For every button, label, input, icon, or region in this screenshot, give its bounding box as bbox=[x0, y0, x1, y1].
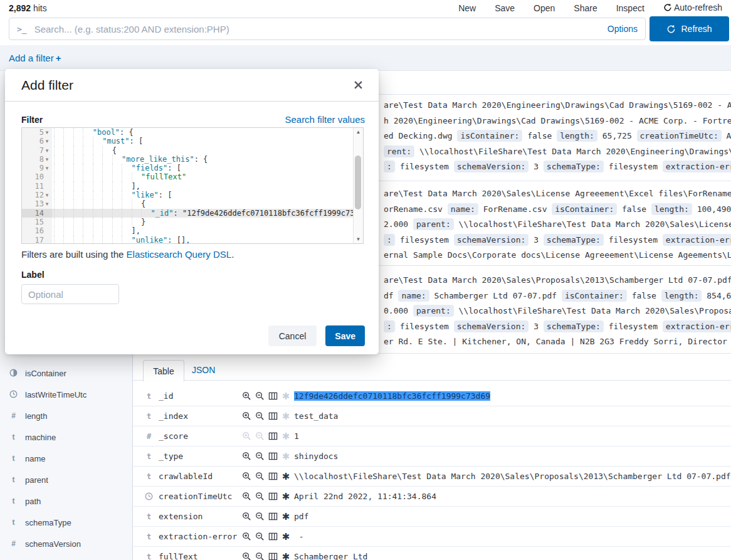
text-type-icon: t bbox=[9, 475, 18, 484]
fold-arrow-icon[interactable]: ▾ bbox=[44, 155, 50, 164]
filter-for-value-icon[interactable] bbox=[241, 411, 251, 421]
fold-arrow-icon[interactable]: ▾ bbox=[44, 199, 50, 208]
filter-for-value-icon[interactable] bbox=[241, 472, 251, 482]
doc-source-line: 2.000 parent: \\localhost\FileShare\Test… bbox=[384, 218, 731, 231]
filter-out-value-icon[interactable] bbox=[255, 472, 265, 482]
filter-out-value-icon[interactable] bbox=[255, 512, 265, 522]
editor-line: 16], bbox=[22, 226, 363, 235]
filter-out-value-icon[interactable] bbox=[255, 431, 265, 441]
indent-guide bbox=[54, 226, 63, 235]
auto-refresh-button[interactable]: Auto-refresh bbox=[663, 3, 722, 14]
toggle-column-icon[interactable] bbox=[268, 552, 278, 560]
menu-open[interactable]: Open bbox=[534, 3, 555, 13]
filter-out-value-icon[interactable] bbox=[255, 492, 265, 502]
selected-text: 12f9de426ddefc0710118bfc36fcff1999c73d69 bbox=[294, 391, 490, 401]
indent-guide bbox=[83, 226, 92, 235]
filter-bar: Add a filter+ bbox=[0, 45, 731, 71]
filter-for-value-icon[interactable] bbox=[241, 552, 251, 560]
filter-for-field-present-icon[interactable]: ✱ bbox=[281, 492, 291, 502]
editor-code: "_id": "12f9de426ddefc0710118bfc36fcff19… bbox=[52, 209, 364, 218]
filter-for-value-icon[interactable] bbox=[241, 431, 251, 441]
scroll-down-icon[interactable]: ▼ bbox=[354, 236, 363, 242]
add-filter-link[interactable]: Add a filter+ bbox=[9, 53, 61, 63]
filter-for-value-icon[interactable] bbox=[241, 512, 251, 522]
tab-table[interactable]: Table bbox=[143, 360, 184, 381]
indent-guide bbox=[63, 236, 73, 244]
sidebar-field-schemaVersion[interactable]: #schemaVersion bbox=[0, 533, 132, 554]
save-button[interactable]: Save bbox=[325, 325, 365, 346]
editor-line: 17"unlike": [], bbox=[22, 236, 363, 244]
filter-out-value-icon[interactable] bbox=[255, 552, 265, 560]
search-filter-values-link[interactable]: Search filter values bbox=[285, 114, 365, 125]
search-input[interactable] bbox=[33, 23, 600, 35]
refresh-button[interactable]: Refresh bbox=[649, 16, 729, 41]
fold-arrow-icon[interactable]: ▾ bbox=[44, 164, 50, 172]
fold-arrow-icon[interactable]: ▾ bbox=[44, 128, 50, 137]
filter-for-field-present-icon[interactable]: ✱ bbox=[281, 452, 291, 462]
filter-for-field-present-icon[interactable]: ✱ bbox=[281, 472, 291, 482]
sidebar-field-name[interactable]: tname bbox=[0, 448, 132, 469]
toggle-column-icon[interactable] bbox=[268, 492, 278, 502]
line-number: 15 bbox=[22, 218, 52, 226]
toggle-column-icon[interactable] bbox=[268, 532, 278, 542]
editor-code: { bbox=[52, 146, 363, 155]
toggle-column-icon[interactable] bbox=[268, 431, 278, 441]
menu-save[interactable]: Save bbox=[495, 3, 515, 13]
indent-guide bbox=[93, 226, 102, 235]
filter-for-field-present-icon[interactable]: ✱ bbox=[281, 391, 291, 401]
toggle-column-icon[interactable] bbox=[268, 512, 278, 522]
scrollbar-thumb[interactable] bbox=[355, 156, 361, 209]
filter-out-value-icon[interactable] bbox=[255, 532, 265, 542]
options-link[interactable]: Options bbox=[607, 24, 638, 34]
row-actions: ✱ bbox=[241, 452, 294, 462]
indent-guide bbox=[93, 236, 102, 244]
sidebar-field-lastWriteTimeUtc[interactable]: lastWriteTimeUtc bbox=[0, 384, 132, 405]
indent-guide bbox=[63, 218, 73, 226]
menu-share[interactable]: Share bbox=[574, 3, 597, 13]
fold-arrow-icon[interactable]: ▾ bbox=[44, 146, 50, 155]
fold-arrow-icon[interactable]: ▾ bbox=[44, 137, 50, 145]
query-dsl-editor[interactable]: 5▾"bool": {6▾"must": [7▾{8▾"more_like_th… bbox=[21, 127, 364, 244]
menu-new[interactable]: New bbox=[458, 3, 476, 13]
filter-for-value-icon[interactable] bbox=[241, 452, 251, 462]
filter-label-input[interactable] bbox=[21, 284, 119, 304]
sidebar-field-isContainer[interactable]: isContainer bbox=[0, 362, 132, 384]
filter-for-value-icon[interactable] bbox=[241, 532, 251, 542]
toggle-column-icon[interactable] bbox=[268, 391, 278, 401]
filter-for-field-present-icon[interactable]: ✱ bbox=[281, 431, 291, 441]
doc-source-line: er Rd. E Ste. | Kitchener, ON, Canada | … bbox=[384, 335, 731, 348]
filter-for-value-icon[interactable] bbox=[241, 391, 251, 401]
sidebar-field-length[interactable]: #length bbox=[0, 405, 132, 426]
field-name: fullText bbox=[159, 552, 241, 560]
filter-out-value-icon[interactable] bbox=[255, 452, 265, 462]
editor-scrollbar[interactable]: ▲ ▼ bbox=[353, 128, 363, 243]
editor-code: "must": [ bbox=[52, 137, 363, 145]
filter-out-value-icon[interactable] bbox=[255, 411, 265, 421]
sidebar-field-machine[interactable]: tmachine bbox=[0, 426, 132, 448]
sidebar-field-schemaType[interactable]: tschemaType bbox=[0, 512, 132, 533]
filter-for-field-present-icon[interactable]: ✱ bbox=[281, 411, 291, 421]
filter-for-field-present-icon[interactable]: ✱ bbox=[281, 512, 291, 522]
filter-out-value-icon[interactable] bbox=[255, 391, 265, 401]
close-icon[interactable] bbox=[354, 81, 362, 89]
indent-guide bbox=[112, 172, 122, 181]
toggle-column-icon[interactable] bbox=[268, 452, 278, 462]
tab-json[interactable]: JSON bbox=[192, 365, 215, 375]
scroll-up-icon[interactable]: ▲ bbox=[354, 129, 363, 135]
doc-source-line: ernal Sample Docs\Corporate docs\License… bbox=[384, 248, 731, 262]
fold-arrow-icon[interactable]: ▾ bbox=[44, 191, 50, 199]
toggle-column-icon[interactable] bbox=[268, 472, 278, 482]
sidebar-field-path[interactable]: tpath bbox=[0, 490, 132, 512]
filter-for-field-present-icon[interactable]: ✱ bbox=[281, 552, 291, 560]
sidebar-field-parent[interactable]: tparent bbox=[0, 469, 132, 490]
menu-inspect[interactable]: Inspect bbox=[616, 3, 644, 13]
filter-for-value-icon[interactable] bbox=[241, 492, 251, 502]
elasticsearch-dsl-link[interactable]: Elasticsearch Query DSL bbox=[127, 249, 232, 260]
editor-line: 11], bbox=[22, 182, 363, 191]
indent-guide bbox=[122, 164, 131, 172]
cancel-button[interactable]: Cancel bbox=[268, 325, 317, 346]
table-row-crawlableId: tcrawlableId✱\\localhost\FileShare\Test … bbox=[133, 467, 731, 487]
toggle-column-icon[interactable] bbox=[268, 411, 278, 421]
indent-guide bbox=[54, 172, 63, 181]
filter-for-field-present-icon[interactable]: ✱ bbox=[281, 532, 291, 542]
